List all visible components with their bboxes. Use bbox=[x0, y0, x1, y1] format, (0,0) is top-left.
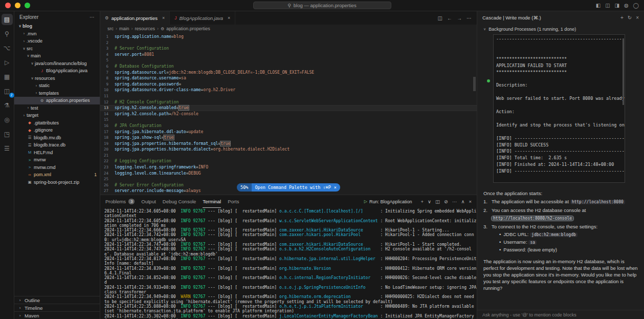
cascade-input[interactable]: Ask anything - use '@' to mention code b… bbox=[477, 310, 644, 319]
tree-folder-target[interactable]: ›target bbox=[14, 112, 100, 119]
nav-back-icon[interactable]: ← bbox=[447, 15, 452, 21]
process-output[interactable]: ----------------------------------------… bbox=[493, 34, 625, 183]
more-actions-icon[interactable]: ⋯ bbox=[452, 199, 457, 204]
activitybar-bookmarks[interactable]: ◎ bbox=[2, 114, 13, 125]
terminal-dropdown-icon[interactable]: ∨ bbox=[428, 199, 431, 204]
tab-application.properties[interactable]: ⚙application.properties× bbox=[100, 11, 170, 25]
tree-folder-src[interactable]: ∨src bbox=[14, 45, 100, 53]
maximize-panel-icon[interactable]: ∧ bbox=[461, 199, 464, 204]
tree-folder-.vscode[interactable]: ›.vscode bbox=[14, 37, 100, 45]
code-line-1[interactable]: 1spring.application.name=blog bbox=[100, 34, 477, 40]
code-line-22[interactable]: 22# Logging Configuration bbox=[100, 158, 477, 164]
code-line-12[interactable]: 12# H2 Console Configuration bbox=[100, 99, 477, 105]
tree-item-.gitattributes[interactable]: ◆.gitattributes bbox=[14, 119, 100, 127]
outline-section[interactable]: › Outline bbox=[14, 296, 100, 304]
customize-layout-icon[interactable]: ◍ bbox=[624, 3, 629, 8]
code-line-5[interactable]: 5 bbox=[100, 57, 477, 63]
code-line-10[interactable]: 10spring.datasource.driver-class-name=or… bbox=[100, 87, 477, 93]
code-line-23[interactable]: 23logging.level.org.springframework=INFO bbox=[100, 164, 477, 171]
more-actions-icon[interactable]: ⋯ bbox=[467, 15, 472, 21]
close-tab-icon[interactable]: × bbox=[162, 15, 165, 20]
terminal-output[interactable]: 2024-11-14T14:22:34.605+08:00 INFO 92767… bbox=[100, 208, 477, 319]
new-conversation-icon[interactable]: + bbox=[620, 15, 624, 20]
activitybar-search[interactable]: ⚲ bbox=[2, 28, 13, 39]
code-line-19[interactable]: 19spring.jpa.properties.hibernate.format… bbox=[100, 141, 477, 147]
tree-item-application.properties[interactable]: ⚙application.properties bbox=[14, 97, 100, 104]
maven-section[interactable]: › Maven bbox=[14, 311, 100, 319]
tree-item-mvnw.cmd[interactable]: >mvnw.cmd bbox=[14, 164, 100, 172]
background-processes-header[interactable]: ∨ Background Processes (1 running, 1 don… bbox=[483, 25, 638, 33]
tree-folder-java/com/linearuncle/blog[interactable]: ∨java/com/linearuncle/blog bbox=[14, 60, 100, 68]
code-line-20[interactable]: 20spring.jpa.properties.hibernate.dialec… bbox=[100, 146, 477, 153]
tree-item-blogdb.mv.db[interactable]: ☰blogdb.mv.db bbox=[14, 134, 100, 142]
split-terminal-icon[interactable]: ◫ bbox=[435, 199, 440, 204]
code-line-4[interactable]: 4server.port=8081 bbox=[100, 52, 477, 58]
tree-folder-static[interactable]: ›static bbox=[14, 82, 100, 90]
tree-folder-blog[interactable]: ∨blog bbox=[14, 23, 100, 30]
code-line-14[interactable]: 14spring.h2.console.path=/h2-console bbox=[100, 111, 477, 117]
panel-tab-Problems[interactable]: Problems3 bbox=[105, 195, 135, 208]
panel-tab-Output[interactable]: Output bbox=[141, 195, 156, 208]
explorer-more-icon[interactable]: ⋯ bbox=[90, 14, 95, 20]
tree-item-mvnw[interactable]: >mvnw bbox=[14, 156, 100, 164]
activitybar-testing[interactable]: ⚗ bbox=[2, 100, 13, 111]
code-line-16[interactable]: 16# JPA Configuration bbox=[100, 123, 477, 129]
nav-forward-icon[interactable]: → bbox=[457, 15, 462, 21]
code-line-21[interactable]: 21 bbox=[100, 153, 477, 159]
code-line-15[interactable]: 15 bbox=[100, 117, 477, 123]
code-line-17[interactable]: 17spring.jpa.hibernate.ddl-auto=update bbox=[100, 129, 477, 135]
breadcrumb-item-resources[interactable]: resources bbox=[135, 26, 156, 31]
code-line-11[interactable]: 11 bbox=[100, 93, 477, 99]
terminal-picker[interactable]: ▷ Run: BlogApplication bbox=[364, 199, 412, 204]
zoom-window-button[interactable] bbox=[25, 3, 30, 8]
tree-folder-main[interactable]: ∨main bbox=[14, 52, 100, 60]
new-terminal-icon[interactable]: + bbox=[420, 199, 424, 204]
code-line-8[interactable]: 8spring.datasource.username=sa bbox=[100, 75, 477, 81]
kill-terminal-icon[interactable]: ⊘ bbox=[444, 199, 448, 204]
editor-scrollbar[interactable] bbox=[473, 77, 476, 91]
activitybar-docker[interactable]: ◳ bbox=[2, 129, 13, 140]
code-line-6[interactable]: 6# Database Configuration bbox=[100, 63, 477, 70]
close-panel-icon[interactable]: × bbox=[636, 15, 639, 20]
history-icon[interactable]: ↻ bbox=[628, 15, 632, 20]
code-line-7[interactable]: 7spring.datasource.url=jdbc:h2:mem:blogd… bbox=[100, 70, 477, 76]
breadcrumb-item-main[interactable]: main bbox=[119, 26, 129, 31]
panel-tab-Terminal[interactable]: Terminal bbox=[203, 195, 221, 208]
close-panel-icon[interactable]: × bbox=[469, 199, 472, 204]
activitybar-explorer[interactable]: ▤ bbox=[2, 14, 13, 25]
tree-item-spring-boot-project.zip[interactable]: ▣spring-boot-project.zip bbox=[14, 179, 100, 186]
tree-folder-resources[interactable]: ∨resources bbox=[14, 75, 100, 82]
activitybar-chat[interactable]: ◫2 bbox=[2, 86, 13, 97]
panel-tab-Ports[interactable]: Ports bbox=[228, 195, 239, 208]
toggle-secondary-sidebar-icon[interactable]: ◨ bbox=[615, 3, 619, 8]
command-palette-toast[interactable]: 50% Open Command Palette with ⇧⌘P × bbox=[237, 183, 340, 192]
tree-item-blogdb.trace.db[interactable]: ☰blogdb.trace.db bbox=[14, 141, 100, 149]
toggle-primary-sidebar-icon[interactable]: ◧ bbox=[596, 3, 601, 8]
tab-BlogApplication.java[interactable]: JBlogApplication.java× bbox=[170, 11, 235, 25]
close-window-button[interactable] bbox=[5, 3, 11, 8]
activitybar-extensions[interactable]: ▦ bbox=[2, 71, 13, 82]
tree-item-BlogApplication.java[interactable]: JBlogApplication.java bbox=[14, 67, 100, 75]
toast-close-icon[interactable]: × bbox=[334, 185, 340, 190]
tree-folder-.mvn[interactable]: ›.mvn bbox=[14, 30, 100, 38]
timeline-section[interactable]: › Timeline bbox=[14, 304, 100, 311]
tree-item-HELP.md[interactable]: MHELP.md bbox=[14, 149, 100, 157]
code-line-3[interactable]: 3# Server Configuration bbox=[100, 46, 477, 52]
breadcrumb-item-application.properties[interactable]: application.properties bbox=[166, 26, 210, 31]
process-scrollbar[interactable] bbox=[623, 38, 624, 105]
account-icon[interactable]: ◯ bbox=[633, 3, 639, 8]
code-line-24[interactable]: 24logging.level.com.linearuncle=DEBUG bbox=[100, 171, 477, 177]
activitybar-run-and-debug[interactable]: ▷ bbox=[2, 57, 13, 68]
tree-item-.gitignore[interactable]: ◆.gitignore bbox=[14, 126, 100, 134]
minimize-window-button[interactable] bbox=[15, 3, 20, 8]
code-line-13[interactable]: 13spring.h2.console.enabled=true bbox=[100, 105, 477, 111]
activitybar-database[interactable]: ☰ bbox=[2, 143, 13, 154]
command-center[interactable]: ⚲ blog — application.properties bbox=[253, 2, 391, 9]
close-tab-icon[interactable]: × bbox=[228, 15, 230, 20]
tree-folder-templates[interactable]: ›templates bbox=[14, 90, 100, 97]
code-line-2[interactable]: 2 bbox=[100, 40, 477, 46]
panel-tab-Debug Console[interactable]: Debug Console bbox=[163, 195, 196, 208]
tree-folder-test[interactable]: ›test bbox=[14, 104, 100, 112]
split-editor-icon[interactable]: ◫ bbox=[438, 15, 442, 21]
breadcrumb-item-src[interactable]: src bbox=[107, 26, 114, 31]
